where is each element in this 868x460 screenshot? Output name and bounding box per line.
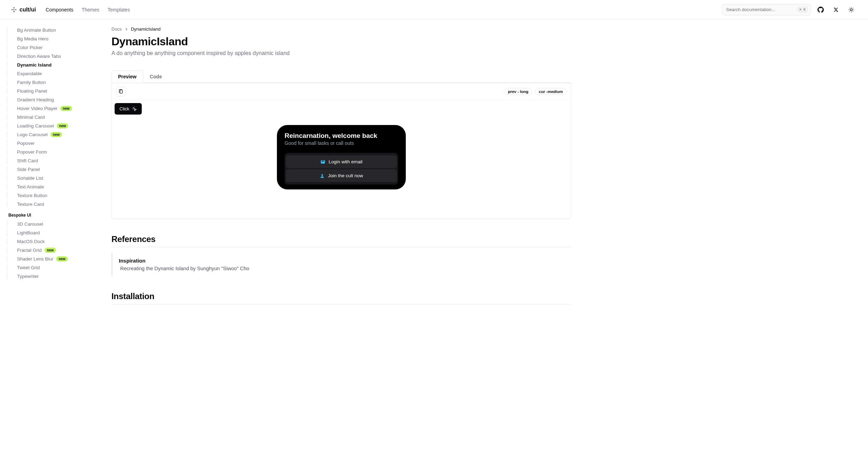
sidebar-item-gradient-heading[interactable]: Gradient Heading (7, 95, 92, 104)
sidebar-item-popover[interactable]: Popover (7, 139, 92, 148)
sidebar-item-label: Typewriter (17, 274, 39, 279)
theme-toggle[interactable] (846, 4, 857, 15)
svg-point-3 (14, 11, 15, 12)
twitter-link[interactable] (830, 4, 842, 15)
click-button[interactable]: Click (115, 103, 142, 115)
login-email-button[interactable]: Login with email (286, 155, 397, 168)
sidebar-item-label: Bg Media Hero (17, 36, 48, 41)
reference-card: Inspiration Recreating the Dynamic Islan… (111, 253, 571, 276)
pointer-click-icon (132, 107, 137, 111)
dynamic-island: Reincarnation, welcome back Good for sma… (277, 125, 406, 189)
sidebar-item-side-panel[interactable]: Side Panel (7, 165, 92, 174)
sidebar-item-logo-carousel[interactable]: Logo Carouselnew (7, 130, 92, 139)
sidebar-item-expandable[interactable]: Expandable (7, 69, 92, 78)
sidebar-item-family-button[interactable]: Family Button (7, 78, 92, 87)
nav-link-templates[interactable]: Templates (108, 7, 130, 13)
svg-point-2 (15, 9, 16, 10)
sidebar-item-label: Sortable List (17, 176, 43, 181)
sidebar-item-texture-button[interactable]: Texture Button (7, 191, 92, 200)
sidebar-item-typewriter[interactable]: Typewriter (7, 272, 92, 281)
nav-link-themes[interactable]: Themes (82, 7, 100, 13)
github-link[interactable] (815, 4, 826, 15)
sidebar-item-label: Minimal Card (17, 115, 45, 120)
header: cult/ui ComponentsThemesTemplates ⌘ K (0, 0, 868, 20)
sidebar-item-label: Expandable (17, 71, 42, 76)
copy-button[interactable] (116, 87, 126, 96)
island-title: Reincarnation, welcome back (285, 132, 398, 140)
chevron-right-icon (124, 27, 129, 32)
installation-heading: Installation (111, 291, 571, 304)
sidebar-item-minimal-card[interactable]: Minimal Card (7, 113, 92, 122)
sidebar-item-label: Loading Carousel (17, 123, 54, 128)
page-title: DynamicIsland (111, 35, 571, 48)
sidebar-item-tweet-grid[interactable]: Tweet Grid (7, 263, 92, 272)
sidebar-item-label: Color Picker (17, 45, 43, 50)
sidebar-item-label: Gradient Heading (17, 97, 54, 102)
svg-point-5 (850, 9, 852, 11)
sidebar-item-loading-carousel[interactable]: Loading Carouselnew (7, 122, 92, 130)
sidebar-item-label: Tweet Grid (17, 265, 40, 270)
sidebar-item-hover-video-player[interactable]: Hover Video Playernew (7, 104, 92, 113)
page-description: A do anything be anything component insp… (111, 50, 571, 56)
sidebar-item-label: Side Panel (17, 167, 40, 172)
search-input[interactable] (725, 7, 797, 12)
sidebar-item-lightboard[interactable]: LightBoard (7, 228, 92, 237)
tab-preview[interactable]: Preview (111, 70, 143, 83)
search-box[interactable]: ⌘ K (722, 4, 811, 15)
tab-code[interactable]: Code (143, 70, 169, 83)
references-heading: References (111, 234, 571, 247)
sidebar-item-label: MacOS Dock (17, 239, 45, 244)
sidebar-item-label: Hover Video Player (17, 106, 57, 111)
svg-point-7 (321, 174, 323, 176)
sidebar-item-bg-animate-button[interactable]: Bg Animate Button (7, 26, 92, 34)
sidebar-item-3d-carousel[interactable]: 3D Carousel (7, 220, 92, 228)
state-prev-badge: prev - long (504, 88, 532, 95)
new-badge: new (45, 248, 56, 253)
sidebar-item-floating-panel[interactable]: Floating Panel (7, 87, 92, 95)
svg-point-4 (14, 9, 15, 10)
join-cult-button[interactable]: Join the cult now (286, 169, 397, 182)
reference-title: Inspiration (119, 258, 565, 264)
sidebar-item-label: Family Button (17, 80, 46, 85)
sidebar-item-sortable-list[interactable]: Sortable List (7, 174, 92, 182)
tabs: PreviewCode (111, 70, 571, 83)
svg-point-0 (14, 7, 15, 8)
mail-icon (320, 159, 325, 164)
sidebar-item-shader-lens-blur[interactable]: Shader Lens Blurnew (7, 255, 92, 263)
sidebar-item-dynamic-island[interactable]: Dynamic Island (7, 61, 92, 69)
sidebar-item-label: Logo Carousel (17, 132, 48, 137)
sun-icon (848, 7, 854, 13)
sidebar-item-bg-media-hero[interactable]: Bg Media Hero (7, 34, 92, 43)
logo[interactable]: cult/ui (11, 7, 36, 13)
island-container: Reincarnation, welcome back Good for sma… (115, 125, 568, 189)
nav-link-components[interactable]: Components (46, 7, 73, 13)
sidebar-item-label: 3D Carousel (17, 221, 43, 227)
new-badge: new (57, 123, 68, 128)
header-left: cult/ui ComponentsThemesTemplates (11, 7, 130, 13)
x-icon (834, 7, 838, 12)
sidebar-item-label: Direction Aware Tabs (17, 54, 61, 59)
header-right: ⌘ K (722, 4, 857, 15)
search-kbd: ⌘ K (797, 7, 808, 13)
reference-description: Recreating the Dynamic Island by Sunghyu… (119, 266, 565, 271)
sidebar-item-texture-card[interactable]: Texture Card (7, 200, 92, 209)
island-subtitle: Good for small tasks or call outs (285, 140, 398, 146)
sidebar-item-label: Texture Card (17, 202, 44, 207)
sidebar-item-text-animate[interactable]: Text Animate (7, 182, 92, 191)
sidebar-item-label: Dynamic Island (17, 62, 52, 68)
sidebar-item-shift-card[interactable]: Shift Card (7, 156, 92, 165)
sidebar-item-fractal-grid[interactable]: Fractal Gridnew (7, 246, 92, 255)
logo-icon (11, 7, 17, 13)
state-badges: prev - long cur -medium (504, 88, 567, 95)
brand-name: cult/ui (20, 7, 36, 13)
container: Bg Animate ButtonBg Media HeroColor Pick… (0, 20, 868, 460)
sidebar-item-macos-dock[interactable]: MacOS Dock (7, 237, 92, 246)
main-nav: ComponentsThemesTemplates (46, 7, 130, 13)
sidebar-item-color-picker[interactable]: Color Picker (7, 43, 92, 52)
sidebar-item-popover-form[interactable]: Popover Form (7, 148, 92, 156)
sidebar-item-direction-aware-tabs[interactable]: Direction Aware Tabs (7, 52, 92, 61)
breadcrumb-root[interactable]: Docs (111, 26, 122, 32)
clipboard-icon (118, 89, 123, 94)
main-content: Docs DynamicIsland DynamicIsland A do an… (98, 20, 585, 460)
preview-panel: prev - long cur -medium Click Reincarnat… (111, 83, 571, 219)
